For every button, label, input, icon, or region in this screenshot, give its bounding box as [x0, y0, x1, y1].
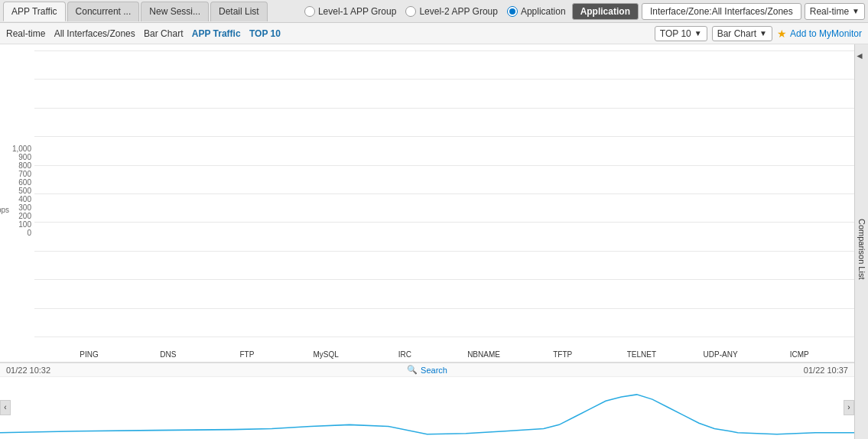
y-axis-label: 100 — [18, 220, 31, 229]
timeline-end-time: 01/22 10:37 — [804, 366, 848, 375]
y-axis-unit-label: bps — [0, 205, 9, 213]
x-label-mysql: MySQL — [303, 350, 349, 359]
star-icon: ★ — [777, 28, 787, 40]
x-label-udp-any: UDP-ANY — [697, 350, 743, 359]
chevron-down-icon: ▼ — [852, 7, 860, 15]
x-label-telnet: TELNET — [619, 350, 665, 359]
scroll-left-button[interactable]: ‹ — [0, 400, 11, 415]
y-axis-label: 800 — [18, 161, 31, 170]
breadcrumb-bar: Real-time All Interfaces/Zones Bar Chart… — [0, 23, 868, 44]
x-axis-labels: PINGDNSFTPMySQLIRCNBNAMETFTPTELNETUDP-AN… — [34, 350, 854, 359]
chart-type-chevron-icon: ▼ — [759, 29, 767, 37]
timeline-start-time: 01/22 10:32 — [6, 366, 50, 375]
tab-concurrent[interactable]: Concurrent ... — [67, 2, 140, 21]
x-label-tftp: TFTP — [540, 350, 586, 359]
y-axis-label: 0 — [27, 229, 31, 237]
y-axis-label: 400 — [18, 195, 31, 203]
y-axis-label: 300 — [18, 203, 31, 212]
top10-select[interactable]: TOP 10 ▼ — [655, 26, 707, 41]
collapse-arrow-icon: ◄ — [855, 50, 864, 61]
tab-new-session[interactable]: New Sessi... — [141, 2, 209, 21]
realtime-select[interactable]: Real-time ▼ — [805, 3, 865, 20]
tab-app-traffic[interactable]: APP Traffic — [3, 2, 66, 21]
bar-chart-body: PINGDNSFTPMySQLIRCNBNAMETFTPTELNETUDP-AN… — [34, 44, 854, 362]
y-axis-label: 900 — [18, 153, 31, 161]
radio-application[interactable]: Application — [507, 6, 566, 17]
bar-chart-section: bps 1,0009008007006005004003002001000 PI… — [0, 44, 854, 363]
top10-chevron-icon: ▼ — [694, 29, 702, 37]
radio-application-circle — [507, 6, 518, 17]
timeline-svg — [0, 377, 854, 437]
timeline-section: 01/22 10:32 🔍 Search 01/22 10:37 ‹ › — [0, 363, 854, 439]
y-axis-label: 500 — [18, 187, 31, 195]
top-controls: TOP 10 ▼ Bar Chart ▼ ★ Add to MyMonitor — [655, 26, 862, 41]
bars-container — [34, 50, 854, 337]
radio-level2[interactable]: Level-2 APP Group — [405, 6, 498, 17]
main-content: bps 1,0009008007006005004003002001000 PI… — [0, 44, 868, 439]
x-label-icmp: ICMP — [776, 350, 822, 359]
radio-level1-circle — [304, 6, 315, 17]
x-label-ftp: FTP — [224, 350, 270, 359]
add-monitor-button[interactable]: ★ Add to MyMonitor — [777, 28, 862, 40]
radio-level2-circle — [405, 6, 416, 17]
y-axis: 1,0009008007006005004003002001000 — [0, 138, 34, 268]
radio-group: Level-1 APP Group Level-2 APP Group Appl… — [304, 6, 566, 17]
y-axis-label: 700 — [18, 170, 31, 178]
x-label-nbname: NBNAME — [461, 350, 507, 359]
chart-type-select[interactable]: Bar Chart ▼ — [712, 26, 772, 41]
interface-zone-label: Interface/Zone:All Interfaces/Zones — [642, 3, 801, 20]
tab-detail-list[interactable]: Detail List — [210, 2, 268, 21]
scroll-right-button[interactable]: › — [844, 400, 854, 415]
top-nav: APP Traffic Concurrent ... New Sessi... … — [0, 0, 868, 23]
timeline-search-bar: 01/22 10:32 🔍 Search 01/22 10:37 — [0, 363, 854, 377]
y-axis-label: 1,000 — [12, 145, 31, 153]
y-axis-label: 200 — [18, 212, 31, 220]
application-button[interactable]: Application — [572, 3, 639, 20]
timeline-chart-area: ‹ › — [0, 377, 854, 437]
x-label-ping: PING — [67, 350, 112, 359]
comparison-panel[interactable]: ◄ Comparison List — [854, 44, 868, 439]
search-icon: 🔍 — [407, 365, 418, 375]
radio-level1[interactable]: Level-1 APP Group — [304, 6, 397, 17]
x-label-dns: DNS — [145, 350, 191, 359]
comparison-panel-label: Comparison List — [857, 219, 866, 279]
x-label-irc: IRC — [382, 350, 427, 359]
y-axis-label: 600 — [18, 178, 31, 187]
breadcrumb: Real-time All Interfaces/Zones Bar Chart… — [6, 28, 655, 39]
search-button[interactable]: 🔍 Search — [407, 365, 447, 375]
chart-area: bps 1,0009008007006005004003002001000 PI… — [0, 44, 854, 439]
